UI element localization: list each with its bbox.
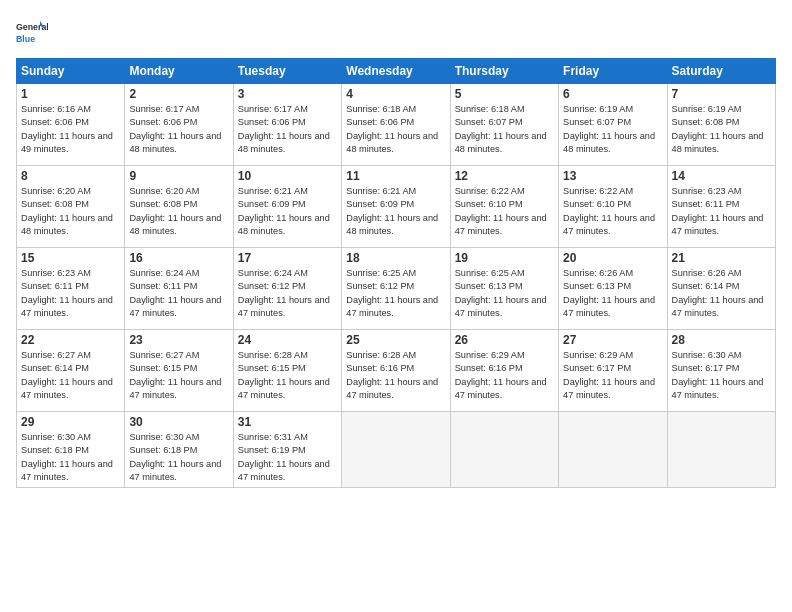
header-day-wednesday: Wednesday (342, 59, 450, 84)
week-row-4: 22Sunrise: 6:27 AM Sunset: 6:14 PM Dayli… (17, 330, 776, 412)
calendar-cell (559, 412, 667, 488)
calendar-cell: 4Sunrise: 6:18 AM Sunset: 6:06 PM Daylig… (342, 84, 450, 166)
calendar-cell: 2Sunrise: 6:17 AM Sunset: 6:06 PM Daylig… (125, 84, 233, 166)
calendar-cell: 9Sunrise: 6:20 AM Sunset: 6:08 PM Daylig… (125, 166, 233, 248)
day-number: 9 (129, 169, 228, 183)
day-info: Sunrise: 6:20 AM Sunset: 6:08 PM Dayligh… (129, 185, 228, 238)
day-number: 14 (672, 169, 771, 183)
day-number: 21 (672, 251, 771, 265)
day-info: Sunrise: 6:29 AM Sunset: 6:17 PM Dayligh… (563, 349, 662, 402)
day-info: Sunrise: 6:30 AM Sunset: 6:17 PM Dayligh… (672, 349, 771, 402)
day-number: 6 (563, 87, 662, 101)
day-number: 23 (129, 333, 228, 347)
calendar: SundayMondayTuesdayWednesdayThursdayFrid… (16, 58, 776, 488)
calendar-cell: 21Sunrise: 6:26 AM Sunset: 6:14 PM Dayli… (667, 248, 775, 330)
week-row-3: 15Sunrise: 6:23 AM Sunset: 6:11 PM Dayli… (17, 248, 776, 330)
day-info: Sunrise: 6:22 AM Sunset: 6:10 PM Dayligh… (455, 185, 554, 238)
calendar-cell: 29Sunrise: 6:30 AM Sunset: 6:18 PM Dayli… (17, 412, 125, 488)
header-day-friday: Friday (559, 59, 667, 84)
calendar-cell: 27Sunrise: 6:29 AM Sunset: 6:17 PM Dayli… (559, 330, 667, 412)
day-info: Sunrise: 6:24 AM Sunset: 6:12 PM Dayligh… (238, 267, 337, 320)
svg-text:Blue: Blue (16, 34, 35, 44)
day-info: Sunrise: 6:17 AM Sunset: 6:06 PM Dayligh… (238, 103, 337, 156)
calendar-cell: 6Sunrise: 6:19 AM Sunset: 6:07 PM Daylig… (559, 84, 667, 166)
calendar-cell: 1Sunrise: 6:16 AM Sunset: 6:06 PM Daylig… (17, 84, 125, 166)
header-day-tuesday: Tuesday (233, 59, 341, 84)
header-day-thursday: Thursday (450, 59, 558, 84)
day-info: Sunrise: 6:18 AM Sunset: 6:06 PM Dayligh… (346, 103, 445, 156)
day-number: 5 (455, 87, 554, 101)
calendar-cell: 5Sunrise: 6:18 AM Sunset: 6:07 PM Daylig… (450, 84, 558, 166)
day-number: 28 (672, 333, 771, 347)
day-info: Sunrise: 6:26 AM Sunset: 6:13 PM Dayligh… (563, 267, 662, 320)
week-row-1: 1Sunrise: 6:16 AM Sunset: 6:06 PM Daylig… (17, 84, 776, 166)
logo: General Blue (16, 16, 48, 48)
day-number: 26 (455, 333, 554, 347)
day-info: Sunrise: 6:21 AM Sunset: 6:09 PM Dayligh… (346, 185, 445, 238)
calendar-cell: 17Sunrise: 6:24 AM Sunset: 6:12 PM Dayli… (233, 248, 341, 330)
calendar-cell (342, 412, 450, 488)
day-number: 8 (21, 169, 120, 183)
day-info: Sunrise: 6:19 AM Sunset: 6:08 PM Dayligh… (672, 103, 771, 156)
calendar-cell: 3Sunrise: 6:17 AM Sunset: 6:06 PM Daylig… (233, 84, 341, 166)
page: General Blue SundayMondayTuesdayWednesda… (0, 0, 792, 612)
calendar-cell: 18Sunrise: 6:25 AM Sunset: 6:12 PM Dayli… (342, 248, 450, 330)
day-number: 3 (238, 87, 337, 101)
header-day-sunday: Sunday (17, 59, 125, 84)
calendar-cell: 8Sunrise: 6:20 AM Sunset: 6:08 PM Daylig… (17, 166, 125, 248)
calendar-cell: 12Sunrise: 6:22 AM Sunset: 6:10 PM Dayli… (450, 166, 558, 248)
day-number: 22 (21, 333, 120, 347)
day-number: 27 (563, 333, 662, 347)
day-number: 30 (129, 415, 228, 429)
day-info: Sunrise: 6:23 AM Sunset: 6:11 PM Dayligh… (21, 267, 120, 320)
day-number: 31 (238, 415, 337, 429)
calendar-cell: 7Sunrise: 6:19 AM Sunset: 6:08 PM Daylig… (667, 84, 775, 166)
day-info: Sunrise: 6:29 AM Sunset: 6:16 PM Dayligh… (455, 349, 554, 402)
calendar-cell: 11Sunrise: 6:21 AM Sunset: 6:09 PM Dayli… (342, 166, 450, 248)
day-info: Sunrise: 6:22 AM Sunset: 6:10 PM Dayligh… (563, 185, 662, 238)
day-number: 16 (129, 251, 228, 265)
day-info: Sunrise: 6:25 AM Sunset: 6:12 PM Dayligh… (346, 267, 445, 320)
calendar-cell: 20Sunrise: 6:26 AM Sunset: 6:13 PM Dayli… (559, 248, 667, 330)
calendar-cell: 13Sunrise: 6:22 AM Sunset: 6:10 PM Dayli… (559, 166, 667, 248)
calendar-cell: 23Sunrise: 6:27 AM Sunset: 6:15 PM Dayli… (125, 330, 233, 412)
day-info: Sunrise: 6:27 AM Sunset: 6:14 PM Dayligh… (21, 349, 120, 402)
day-number: 2 (129, 87, 228, 101)
day-info: Sunrise: 6:16 AM Sunset: 6:06 PM Dayligh… (21, 103, 120, 156)
day-info: Sunrise: 6:30 AM Sunset: 6:18 PM Dayligh… (21, 431, 120, 484)
logo-icon: General Blue (16, 16, 48, 48)
day-number: 24 (238, 333, 337, 347)
day-info: Sunrise: 6:27 AM Sunset: 6:15 PM Dayligh… (129, 349, 228, 402)
day-info: Sunrise: 6:18 AM Sunset: 6:07 PM Dayligh… (455, 103, 554, 156)
day-info: Sunrise: 6:30 AM Sunset: 6:18 PM Dayligh… (129, 431, 228, 484)
day-number: 19 (455, 251, 554, 265)
week-row-5: 29Sunrise: 6:30 AM Sunset: 6:18 PM Dayli… (17, 412, 776, 488)
calendar-cell: 26Sunrise: 6:29 AM Sunset: 6:16 PM Dayli… (450, 330, 558, 412)
day-number: 20 (563, 251, 662, 265)
calendar-cell: 16Sunrise: 6:24 AM Sunset: 6:11 PM Dayli… (125, 248, 233, 330)
header-row: SundayMondayTuesdayWednesdayThursdayFrid… (17, 59, 776, 84)
day-number: 12 (455, 169, 554, 183)
calendar-cell: 24Sunrise: 6:28 AM Sunset: 6:15 PM Dayli… (233, 330, 341, 412)
calendar-cell: 22Sunrise: 6:27 AM Sunset: 6:14 PM Dayli… (17, 330, 125, 412)
day-number: 29 (21, 415, 120, 429)
header-day-monday: Monday (125, 59, 233, 84)
day-info: Sunrise: 6:21 AM Sunset: 6:09 PM Dayligh… (238, 185, 337, 238)
day-number: 18 (346, 251, 445, 265)
day-info: Sunrise: 6:24 AM Sunset: 6:11 PM Dayligh… (129, 267, 228, 320)
day-number: 15 (21, 251, 120, 265)
day-info: Sunrise: 6:20 AM Sunset: 6:08 PM Dayligh… (21, 185, 120, 238)
calendar-cell (667, 412, 775, 488)
header: General Blue (16, 16, 776, 48)
calendar-cell: 28Sunrise: 6:30 AM Sunset: 6:17 PM Dayli… (667, 330, 775, 412)
day-number: 4 (346, 87, 445, 101)
calendar-cell: 14Sunrise: 6:23 AM Sunset: 6:11 PM Dayli… (667, 166, 775, 248)
day-info: Sunrise: 6:28 AM Sunset: 6:16 PM Dayligh… (346, 349, 445, 402)
day-number: 17 (238, 251, 337, 265)
calendar-cell: 30Sunrise: 6:30 AM Sunset: 6:18 PM Dayli… (125, 412, 233, 488)
day-info: Sunrise: 6:19 AM Sunset: 6:07 PM Dayligh… (563, 103, 662, 156)
day-info: Sunrise: 6:17 AM Sunset: 6:06 PM Dayligh… (129, 103, 228, 156)
calendar-cell (450, 412, 558, 488)
day-info: Sunrise: 6:28 AM Sunset: 6:15 PM Dayligh… (238, 349, 337, 402)
calendar-cell: 15Sunrise: 6:23 AM Sunset: 6:11 PM Dayli… (17, 248, 125, 330)
